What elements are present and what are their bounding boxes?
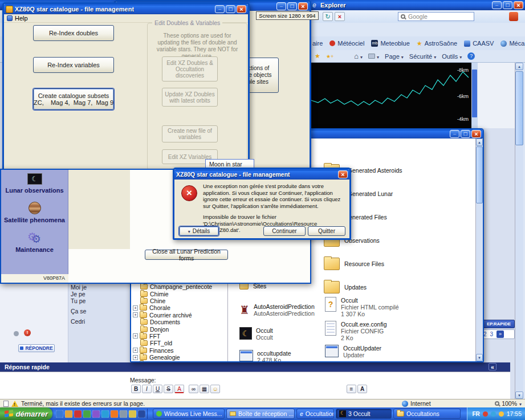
tray-icon[interactable] <box>499 411 504 417</box>
task-occultations[interactable]: Occultations <box>393 409 461 419</box>
image-icon[interactable]: ▦ <box>200 385 209 393</box>
minimize-icon[interactable] <box>215 5 225 13</box>
menu-help[interactable]: Help <box>15 15 28 22</box>
list-item[interactable]: Occult.exe.configFichier CONFIG2 Ko <box>325 321 387 341</box>
close-icon[interactable] <box>237 5 246 13</box>
expand-icon[interactable] <box>133 333 138 339</box>
addon-icon[interactable] <box>509 12 518 21</box>
tree-item[interactable]: Courrier archivé <box>132 312 227 319</box>
xz-titlebar[interactable]: XZ80Q star catalogue - file management <box>4 4 248 14</box>
create-subsets-button[interactable]: Create catalogue subsets ZC, Mag 4, Mag … <box>33 88 114 110</box>
quick-launch-icon[interactable] <box>129 410 136 418</box>
edit-xz-doubles-button[interactable]: Edit XZ Doubles & Occultation discoverie… <box>162 56 218 81</box>
explorer-scrollbar[interactable]: ▲ ▼ <box>475 138 483 361</box>
quick-launch-icon[interactable] <box>56 410 63 418</box>
reindex-variables-button[interactable]: Re-Index variables <box>33 57 114 73</box>
stop-icon[interactable]: × <box>335 12 345 21</box>
expand-icon[interactable] <box>133 305 138 311</box>
minimize-icon[interactable] <box>492 1 502 9</box>
home-button[interactable]: ⌂ <box>354 52 363 60</box>
status-zoom[interactable]: 100% <box>495 400 522 407</box>
task-occultation[interactable]: eOccultation rasant... <box>296 409 334 419</box>
bookmark-caasv[interactable]: CAASV <box>464 40 494 47</box>
list-item[interactable]: OccultFichier HTML compilé1 307 Ko <box>325 297 399 317</box>
font-size-icon[interactable]: A <box>357 385 367 393</box>
minimize-icon[interactable] <box>276 2 286 10</box>
close-icon[interactable] <box>338 170 348 178</box>
tray-icon[interactable] <box>483 411 488 417</box>
refresh-icon[interactable]: ↻ <box>323 12 333 21</box>
list-item[interactable]: OccultOccult <box>239 327 273 341</box>
reindex-doubles-button[interactable]: Re-Index doubles <box>33 25 114 41</box>
close-icon[interactable] <box>514 1 523 9</box>
print-button[interactable] <box>368 53 379 60</box>
sidebar-item-lunar-observations[interactable]: Lunar observations <box>1 187 68 194</box>
bookmark-fragment[interactable]: aire <box>312 40 323 47</box>
continue-button[interactable]: Continuer <box>263 226 306 236</box>
tree-item[interactable]: Documents <box>132 319 227 325</box>
collapse-icon[interactable]: « <box>489 363 496 370</box>
close-icon[interactable] <box>298 2 308 10</box>
list-item[interactable]: OccultUpdaterUpdater <box>325 345 381 358</box>
quick-launch-icon[interactable] <box>111 410 118 418</box>
list-item[interactable]: AutoAsteroidPredictionAutoAsteroidPredic… <box>239 303 315 317</box>
page-menu[interactable]: Page <box>385 53 404 60</box>
reply-button[interactable]: RÉPONDRE <box>18 344 55 352</box>
underline-button[interactable]: U <box>153 385 162 393</box>
tree-item[interactable]: FFT <box>132 333 227 340</box>
tree-item[interactable]: Chorale <box>132 304 227 311</box>
details-button[interactable]: Détails <box>179 226 219 236</box>
italic-button[interactable]: I <box>142 385 152 393</box>
bookmark-meca-celeste[interactable]: Méca. Céleste <box>500 40 525 47</box>
language-indicator[interactable]: FR <box>472 411 479 417</box>
tree-item[interactable]: Champagne_pentecote <box>132 283 227 290</box>
quick-launch-icon[interactable] <box>92 410 100 418</box>
page-3-link[interactable]: 3 <box>490 331 494 337</box>
smiley-icon[interactable]: ☺ <box>210 385 220 393</box>
task-inbox[interactable]: Boîte de réception ... <box>226 409 295 419</box>
chart-scrollbar[interactable] <box>471 63 478 128</box>
minimize-icon[interactable] <box>450 130 459 138</box>
quick-launch-icon[interactable] <box>138 410 145 418</box>
help-icon[interactable]: ? <box>467 52 475 60</box>
ie-scrollbar[interactable]: ▲ ▼ <box>515 63 523 399</box>
quick-launch-icon[interactable] <box>101 410 109 418</box>
dialog-titlebar[interactable]: XZ80Q star catalogue - file management <box>174 169 349 180</box>
font-color-button[interactable]: A <box>174 385 184 393</box>
next-page-button[interactable]: » <box>496 331 504 338</box>
expand-icon[interactable] <box>133 312 138 317</box>
list-item[interactable]: occultupdate2 478 Ko <box>239 350 291 361</box>
sidebar-item-maintenance[interactable]: Maintenance <box>1 246 68 253</box>
tray-icon[interactable] <box>491 411 496 417</box>
tools-menu[interactable]: Outils <box>442 53 462 60</box>
sidebar-item-satellite-phenomena[interactable]: Satellite phenomena <box>1 217 68 223</box>
close-icon[interactable] <box>471 130 481 138</box>
security-menu[interactable]: Sécurité <box>409 53 436 60</box>
strike-button[interactable]: S <box>164 385 173 393</box>
clock[interactable]: 17:55 <box>507 410 522 417</box>
tree-item[interactable]: FFT_old <box>132 340 227 346</box>
task-windows-live[interactable]: Windows Live Mess... <box>153 409 225 419</box>
tree-item[interactable]: Genealogie <box>132 354 227 361</box>
create-variables-button[interactable]: Create new file of variables <box>162 125 218 142</box>
quick-launch-icon[interactable] <box>74 410 82 418</box>
add-favorite-icon[interactable]: ★+ <box>326 54 333 59</box>
maximize-icon[interactable] <box>503 1 512 9</box>
maximize-icon[interactable] <box>226 5 235 13</box>
quit-button[interactable]: Quitter <box>308 226 345 236</box>
favorites-icon[interactable]: ★ <box>315 52 320 60</box>
close-all-lunar-button[interactable]: Close all Lunar Prediction forms <box>145 250 228 260</box>
tree-item[interactable]: Chine <box>132 297 227 304</box>
expand-icon[interactable] <box>133 355 138 360</box>
align-icon[interactable]: ≡ <box>347 385 356 393</box>
bookmark-meteociel[interactable]: Météociel <box>329 40 364 47</box>
bookmark-astrosaone[interactable]: ★AstroSaône <box>417 40 457 47</box>
tree-item[interactable]: Finances <box>132 347 227 354</box>
link-icon[interactable]: ∞ <box>189 385 198 393</box>
tree-item[interactable]: Donjon <box>132 325 227 332</box>
quick-launch-icon[interactable] <box>120 410 127 418</box>
update-xz-doubles-button[interactable]: Update XZ Doubles with latest orbits <box>162 88 218 107</box>
tree-item[interactable]: Generation69 <box>132 361 227 361</box>
bold-button[interactable]: B <box>131 385 141 393</box>
quick-reply-button[interactable]: EP.RAPIDE <box>483 320 515 328</box>
